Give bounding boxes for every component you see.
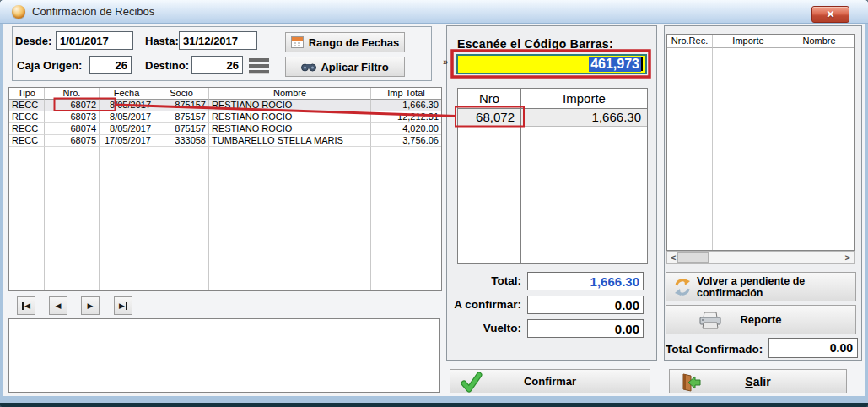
barcode-input[interactable]: 461,973 [456, 54, 647, 74]
horizontal-scrollbar[interactable]: < > [666, 251, 855, 264]
total-value: 1,666.30 [590, 274, 639, 289]
table-cell[interactable]: 68072 [45, 100, 100, 111]
volver-pendiente-label: Volver a pendiente de confirmación [697, 275, 805, 299]
scrollbar-thumb[interactable] [677, 252, 709, 263]
confirmar-button[interactable]: Confirmar [450, 369, 650, 393]
table-empty-area [371, 147, 441, 290]
col-header-fecha: Fecha [100, 88, 154, 100]
table-cell[interactable]: 333058 [154, 135, 209, 147]
aplicar-filtro-button[interactable]: Aplicar Filtro [285, 57, 405, 77]
scan-col-header-importe: Importe [521, 89, 647, 109]
table-empty-area [9, 147, 45, 290]
nav-next-button[interactable]: ▶ [81, 296, 100, 315]
table-cell[interactable]: RECC [9, 123, 45, 135]
destino-value: 26 [227, 59, 239, 72]
vuelto-field[interactable]: 0.00 [527, 319, 644, 338]
titlebar[interactable]: Confirmación de Recibos [0, 0, 868, 24]
desde-value: 1/01/2017 [60, 35, 109, 47]
reporte-button[interactable]: Reporte [666, 305, 856, 334]
table-cell[interactable]: 68073 [45, 111, 100, 123]
table-cell[interactable]: RESTIANO ROCIO [209, 111, 371, 123]
volver-pendiente-button[interactable]: Volver a pendiente de confirmación [666, 272, 856, 301]
table-cell[interactable]: RECC [9, 100, 45, 111]
notes-memo[interactable] [8, 318, 440, 393]
col-header-nombre: Nombre [784, 35, 854, 48]
menu-button[interactable] [249, 58, 269, 73]
grid-empty-area [458, 127, 521, 263]
desde-label: Desde: [15, 35, 51, 47]
table-cell[interactable]: 875157 [154, 111, 209, 123]
grid-empty-area [521, 127, 647, 263]
a-confirmar-label: A confirmar: [445, 298, 521, 311]
hasta-input[interactable]: 31/12/2017 [179, 31, 257, 50]
desde-input[interactable]: 1/01/2017 [56, 31, 133, 50]
scan-row-importe[interactable]: 1,666.30 [521, 109, 647, 127]
scroll-right-icon[interactable]: > [845, 252, 850, 263]
caja-origen-input[interactable]: 26 [89, 56, 132, 74]
prev-record-icon: ◀ [56, 302, 62, 310]
salir-button[interactable]: Salir [669, 369, 847, 393]
refresh-icon [673, 278, 692, 296]
printer-icon [698, 312, 722, 332]
total-confirmado-label: Total Confirmado: [666, 343, 763, 355]
vuelto-value: 0.00 [615, 322, 639, 336]
calendar-icon [291, 36, 304, 48]
col-header-tipo: Tipo [9, 88, 45, 100]
table-cell[interactable]: 875157 [154, 123, 209, 135]
vuelto-label: Vuelto: [445, 322, 521, 334]
total-confirmado-value: 0.00 [830, 341, 853, 355]
table-cell[interactable]: 3,756.06 [371, 135, 441, 147]
table-cell[interactable]: RESTIANO ROCIO [209, 123, 371, 135]
col-header-nro: Nro. [45, 88, 100, 100]
table-cell[interactable]: RECC [9, 135, 45, 147]
total-confirmado-field[interactable]: 0.00 [768, 338, 858, 358]
nav-prev-button[interactable]: ◀ [49, 296, 67, 315]
table-cell[interactable]: 4,020.00 [371, 123, 441, 135]
a-confirmar-field[interactable]: 0.00 [527, 296, 644, 314]
col-header-imp-total: Imp Total [371, 88, 441, 100]
close-icon: ✕ [826, 8, 834, 20]
text-caret [641, 57, 643, 71]
close-button[interactable]: ✕ [811, 6, 849, 23]
confirmar-label: Confirmar [524, 375, 576, 388]
table-cell[interactable]: 8/05/2017 [100, 111, 154, 123]
table-empty-area [100, 147, 154, 290]
table-empty-area [209, 147, 371, 290]
col-header-importe: Importe [713, 35, 784, 48]
nav-last-button[interactable]: ▶ [114, 296, 132, 315]
table-empty-area [667, 48, 713, 250]
window-bottom-edge [0, 403, 868, 407]
nav-first-button[interactable]: ◀ [17, 296, 35, 315]
last-record-icon: ▶ [119, 302, 125, 310]
table-cell[interactable]: 12,212.31 [371, 111, 441, 123]
a-confirmar-value: 0.00 [615, 298, 639, 312]
confirmed-table: Nro.Rec. Importe Nombre [666, 34, 855, 251]
barcode-label: Escanée el Código Barras: [457, 37, 613, 51]
total-field[interactable]: 1,666.30 [527, 272, 644, 290]
barcode-value: 461,973 [589, 57, 641, 72]
table-cell[interactable]: 875157 [154, 100, 209, 111]
table-cell[interactable]: RESTIANO ROCIO [209, 100, 371, 111]
table-empty-area [713, 48, 784, 250]
record-marker-icon: » [443, 57, 448, 67]
aplicar-filtro-label: Aplicar Filtro [321, 61, 388, 73]
app-window: Confirmación de Recibos ✕ Desde: 1/01/20… [0, 0, 868, 407]
table-empty-area [45, 147, 100, 290]
table-cell[interactable]: 1,666.30 [371, 100, 441, 111]
scroll-left-icon[interactable]: < [671, 252, 676, 263]
table-cell[interactable]: 17/05/2017 [100, 135, 154, 147]
table-cell[interactable]: RECC [9, 111, 45, 123]
table-cell[interactable]: 68074 [45, 123, 100, 135]
table-cell[interactable]: TUMBARELLO STELLA MARIS [209, 135, 371, 147]
table-cell[interactable]: 8/05/2017 [100, 100, 154, 111]
rango-de-fechas-button[interactable]: Rango de Fechas [285, 32, 405, 52]
total-label: Total: [445, 274, 521, 287]
reporte-label: Reporte [740, 313, 781, 326]
window-title: Confirmación de Recibos [32, 5, 154, 18]
green-check-icon [461, 372, 483, 393]
scan-row-nro[interactable]: 68,072 [458, 109, 521, 127]
table-cell[interactable]: 68075 [45, 135, 100, 147]
table-cell[interactable]: 8/05/2017 [100, 123, 154, 135]
hamburger-icon [249, 64, 269, 68]
destino-input[interactable]: 26 [191, 56, 243, 74]
